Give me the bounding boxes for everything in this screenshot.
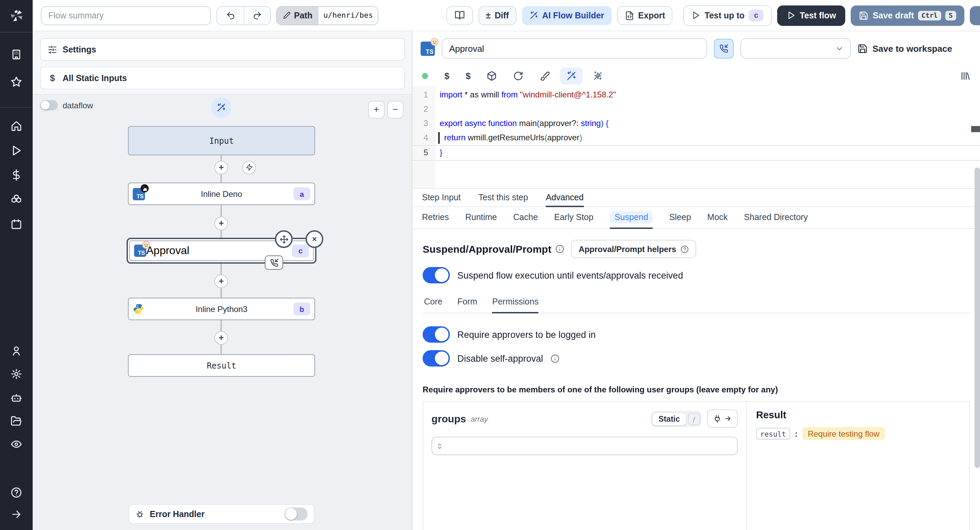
- groups-config-box: groups array Static ƒ: [423, 401, 970, 530]
- sidebar-item-home[interactable]: [11, 120, 22, 132]
- ai-assistant-wand-button[interactable]: [560, 67, 583, 84]
- deploy-button-partial[interactable]: [970, 6, 980, 25]
- flow-summary-input[interactable]: [41, 6, 211, 25]
- tab-core[interactable]: Core: [424, 293, 442, 313]
- sidebar-expand-icon[interactable]: [11, 509, 22, 520]
- tab-test-this-step[interactable]: Test this step: [479, 189, 528, 207]
- code-line[interactable]: 3export async function main(approver?: s…: [412, 117, 980, 131]
- function-mode-button[interactable]: ƒ: [688, 412, 700, 425]
- insert-step-button[interactable]: +: [215, 331, 228, 345]
- pane-scrollbar-thumb[interactable]: [975, 168, 980, 468]
- sidebar-item-workers[interactable]: [11, 392, 22, 404]
- tab-step-input[interactable]: Step Input: [422, 189, 461, 207]
- library-icon[interactable]: [960, 70, 970, 81]
- diff-button[interactable]: ± Diff: [478, 6, 516, 25]
- path-button[interactable]: Path: [277, 6, 318, 24]
- variables-icon[interactable]: $: [444, 70, 449, 81]
- windmill-logo-icon[interactable]: [9, 8, 24, 23]
- subtab-early-stop[interactable]: Early Stop: [554, 207, 593, 229]
- code-line[interactable]: 2: [412, 102, 980, 117]
- dataflow-label: dataflow: [63, 101, 93, 110]
- dataflow-toggle[interactable]: [40, 100, 58, 110]
- test-up-to-button[interactable]: Test up to c: [684, 5, 772, 26]
- path-value[interactable]: u/henri/bes: [318, 6, 378, 24]
- zoom-in-button[interactable]: +: [368, 101, 385, 118]
- subtab-shared-directory[interactable]: Shared Directory: [744, 207, 808, 229]
- result-key-badge[interactable]: result: [756, 428, 790, 439]
- editor-scrollbar-thumb[interactable]: [971, 126, 980, 132]
- save-draft-button[interactable]: Save draft Ctrl S: [851, 5, 964, 26]
- error-handler-bar[interactable]: Error Handler: [129, 504, 314, 524]
- sidebar-item-variables[interactable]: [11, 169, 22, 181]
- reload-icon[interactable]: [514, 70, 524, 81]
- sidebar-item-workspace[interactable]: [11, 49, 22, 60]
- redo-button[interactable]: [243, 6, 270, 24]
- subtab-sleep[interactable]: Sleep: [669, 207, 691, 229]
- zoom-out-button[interactable]: −: [387, 101, 404, 118]
- code-editor[interactable]: 1import * as wmill from "windmill-client…: [412, 86, 980, 188]
- package-icon[interactable]: [487, 70, 497, 81]
- ai-step-wand-button[interactable]: [211, 97, 231, 118]
- tab-form[interactable]: Form: [457, 293, 477, 313]
- tab-advanced[interactable]: Advanced: [546, 189, 584, 207]
- trigger-button[interactable]: [242, 161, 256, 174]
- require-login-toggle[interactable]: [423, 326, 450, 343]
- insert-step-button[interactable]: +: [215, 275, 228, 288]
- sidebar-item-settings[interactable]: [11, 368, 22, 380]
- info-icon[interactable]: [550, 354, 559, 363]
- typescript-icon: TS: [134, 244, 146, 257]
- groups-array-input[interactable]: [431, 437, 738, 455]
- info-icon[interactable]: [555, 244, 564, 254]
- static-mode-button[interactable]: Static: [652, 412, 687, 425]
- subtab-suspend[interactable]: Suspend: [610, 207, 653, 229]
- delete-node-button[interactable]: ×: [305, 230, 323, 248]
- move-node-handle[interactable]: [275, 230, 293, 248]
- save-to-workspace-button[interactable]: Save to workspace: [858, 43, 952, 53]
- sidebar-item-favorites[interactable]: [11, 76, 22, 88]
- sidebar-item-audit-logs[interactable]: [11, 438, 22, 450]
- sidebar-item-users[interactable]: [11, 345, 22, 357]
- all-static-inputs-button[interactable]: $ All Static Inputs: [40, 67, 405, 89]
- sidebar-item-runs[interactable]: [11, 145, 22, 156]
- code-line[interactable]: 4 return wmill.getResumeUrls(approver): [412, 131, 980, 145]
- phone-incoming-icon: [265, 255, 283, 270]
- insert-step-button[interactable]: +: [215, 217, 228, 230]
- docs-button[interactable]: [446, 6, 473, 25]
- subtab-retries[interactable]: Retries: [422, 207, 449, 229]
- step-name-input[interactable]: [442, 38, 707, 59]
- language-select[interactable]: [740, 38, 851, 59]
- subtab-runtime[interactable]: Runtime: [465, 207, 497, 229]
- suspend-phone-indicator[interactable]: [714, 38, 733, 58]
- ai-gen-off-icon[interactable]: [593, 70, 603, 81]
- sidebar-item-folders[interactable]: [11, 415, 22, 427]
- step-header: TS Save to workspace: [412, 31, 980, 65]
- flow-settings-button[interactable]: Settings: [40, 38, 405, 61]
- code-line[interactable]: 5}: [412, 145, 980, 161]
- path-control[interactable]: Path u/henri/bes: [276, 6, 379, 25]
- format-brush-icon[interactable]: [540, 70, 550, 81]
- approval-prompt-helpers-button[interactable]: Approval/Prompt helpers: [571, 240, 696, 258]
- test-flow-button[interactable]: Test flow: [777, 5, 846, 26]
- node-inline-python3[interactable]: Inline Python3 b: [128, 298, 315, 320]
- tab-permissions[interactable]: Permissions: [492, 293, 539, 313]
- subtab-cache[interactable]: Cache: [513, 207, 538, 229]
- connect-input-button[interactable]: [707, 409, 738, 428]
- resources-icon[interactable]: $: [466, 70, 470, 81]
- node-input[interactable]: Input: [128, 126, 315, 155]
- error-handler-toggle[interactable]: [285, 508, 308, 520]
- disable-self-approval-toggle[interactable]: [423, 350, 450, 367]
- require-login-label: Require approvers to be logged in: [457, 329, 596, 340]
- ai-flow-builder-button[interactable]: AI Flow Builder: [522, 6, 611, 25]
- node-result[interactable]: Result: [128, 354, 315, 377]
- suspend-flow-toggle[interactable]: [423, 267, 450, 283]
- sidebar-item-help[interactable]: [11, 487, 22, 498]
- code-line[interactable]: 1import * as wmill from "windmill-client…: [412, 88, 980, 102]
- undo-button[interactable]: [217, 6, 243, 24]
- node-inline-deno[interactable]: TS Inline Deno a: [128, 183, 315, 205]
- sidebar-item-resources[interactable]: [11, 194, 22, 205]
- subtab-mock[interactable]: Mock: [708, 207, 728, 229]
- export-button[interactable]: Export: [617, 6, 672, 25]
- step-id-badge: c: [292, 244, 309, 257]
- sidebar-item-schedules[interactable]: [11, 218, 22, 230]
- insert-step-button[interactable]: +: [215, 161, 228, 174]
